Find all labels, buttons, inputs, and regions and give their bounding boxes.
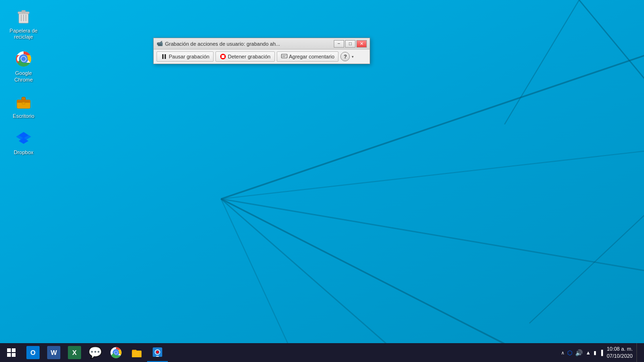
taskbar-right: ∧ ⬡ 🔊 ▲ ▮ ▐ 10:08 a. m. 07/10/2020	[561, 343, 644, 362]
dialog-maximize-button[interactable]: □	[345, 40, 355, 48]
taskbar-items: O W X 💬	[23, 343, 168, 362]
dialog-close-button[interactable]: ✕	[356, 40, 367, 48]
show-hidden-tray-icons-button[interactable]: ∧	[561, 350, 564, 355]
dropbox-label: Dropbox	[14, 149, 33, 156]
taskbar: O W X 💬	[0, 343, 644, 362]
taskbar-left: O W X 💬	[0, 343, 168, 362]
whatsapp-app-icon: 💬	[88, 346, 102, 359]
help-button[interactable]: ?	[340, 52, 350, 61]
svg-point-38	[156, 351, 159, 354]
start-button[interactable]	[0, 343, 23, 362]
dialog-title-area: 📹 Grabación de acciones de usuario: grab…	[157, 41, 334, 47]
dialog-titlebar: 📹 Grabación de acciones de usuario: grab…	[154, 38, 370, 49]
clock-time: 10:08 a. m.	[607, 346, 633, 353]
windows-logo-icon	[7, 348, 16, 357]
dialog-window-controls: − □ ✕	[334, 40, 367, 48]
volume-tray-icon[interactable]: 🔊	[575, 349, 583, 356]
taskbar-item-outlook[interactable]: O	[23, 343, 43, 362]
svg-rect-39	[156, 356, 159, 357]
desktop-icon-escritorio[interactable]: Escritorio	[5, 90, 42, 122]
chrome-label: Google Chrome	[7, 70, 40, 82]
stop-icon	[220, 53, 226, 60]
taskbar-item-excel[interactable]: X	[64, 343, 85, 362]
system-clock[interactable]: 10:08 a. m. 07/10/2020	[605, 346, 635, 360]
taskbar-item-chrome[interactable]	[106, 343, 126, 362]
svg-point-19	[21, 57, 26, 61]
taskbar-item-steps-recorder[interactable]	[147, 343, 168, 362]
word-app-icon: W	[47, 346, 60, 359]
clock-date: 07/10/2020	[607, 353, 633, 360]
pause-recording-button[interactable]: Pausar grabación	[157, 51, 214, 62]
taskbar-item-file-explorer[interactable]	[126, 343, 147, 362]
stop-recording-button[interactable]: Detener grabación	[215, 51, 275, 62]
svg-rect-27	[281, 54, 287, 58]
desktop: Papelera de reciclaje Google Chrome	[0, 0, 644, 362]
dialog-title-icon: 📹	[157, 41, 163, 47]
desktop-icon-chrome[interactable]: Google Chrome	[5, 47, 42, 85]
add-comment-button[interactable]: Agregar comentario	[277, 51, 339, 62]
pause-icon	[161, 53, 167, 60]
desktop-icons-container: Papelera de reciclaje Google Chrome	[5, 5, 42, 158]
pause-label: Pausar grabación	[169, 54, 209, 59]
dialog-toolbar: Pausar grabación Detener grabación	[154, 49, 370, 64]
dialog-minimize-button[interactable]: −	[334, 40, 344, 48]
network-tray-icon[interactable]: ▲	[586, 350, 591, 355]
escritorio-icon	[14, 92, 33, 111]
show-desktop-button[interactable]	[636, 343, 640, 362]
steps-recorder-taskbar-icon	[151, 346, 164, 358]
desktop-icon-recycle-bin[interactable]: Papelera de reciclaje	[5, 5, 42, 42]
outlook-app-icon: O	[26, 346, 40, 359]
taskbar-item-whatsapp[interactable]: 💬	[85, 343, 106, 362]
desktop-icon-dropbox[interactable]: Dropbox	[5, 126, 42, 158]
dropbox-icon	[14, 129, 33, 148]
comment-label: Agregar comentario	[289, 54, 335, 59]
chrome-taskbar-icon	[110, 346, 122, 359]
chrome-icon	[14, 49, 33, 68]
recycle-bin-label: Papelera de reciclaje	[7, 28, 40, 40]
signal-tray-icon[interactable]: ▐	[599, 350, 603, 355]
dialog-title-text: Grabación de acciones de usuario: graban…	[165, 41, 280, 47]
svg-rect-12	[22, 10, 25, 12]
system-tray: ∧ ⬡ 🔊 ▲ ▮ ▐	[561, 349, 603, 356]
taskbar-item-word[interactable]: W	[43, 343, 64, 362]
svg-rect-22	[22, 102, 25, 104]
dropdown-arrow[interactable]: ▾	[352, 55, 354, 59]
stop-label: Detener grabación	[228, 54, 271, 59]
svg-rect-35	[132, 352, 141, 358]
dropbox-tray-icon[interactable]: ⬡	[567, 349, 572, 356]
battery-tray-icon[interactable]: ▮	[594, 350, 596, 356]
file-explorer-taskbar-icon	[131, 346, 143, 359]
escritorio-label: Escritorio	[13, 113, 34, 119]
comment-icon	[281, 53, 288, 60]
svg-point-33	[115, 351, 117, 354]
excel-app-icon: X	[68, 346, 81, 359]
steps-recorder-dialog: 📹 Grabación de acciones de usuario: grab…	[153, 38, 370, 64]
recycle-bin-icon	[14, 7, 33, 26]
